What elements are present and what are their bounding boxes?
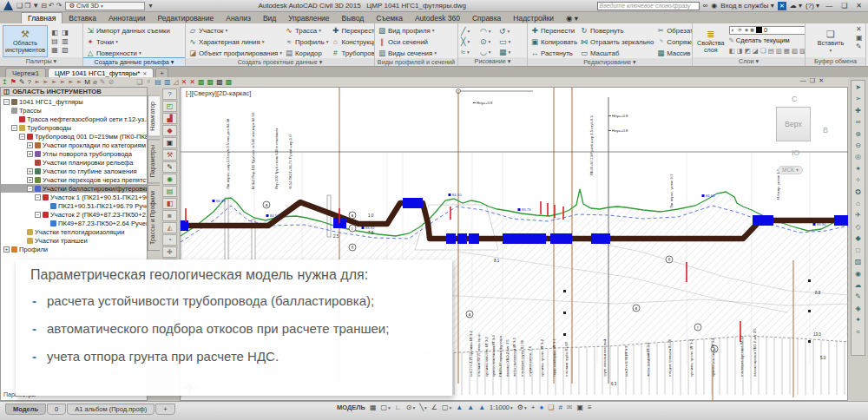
layer-select[interactable]: ◐☀●■0▾ (729, 26, 806, 35)
status-toggle-icon[interactable]: ▲ (456, 404, 463, 411)
button-конструкция[interactable]: ⌂Конструкция▾ (331, 36, 375, 47)
nav-tool-icon[interactable]: ✧ (855, 174, 861, 186)
expand-icon[interactable]: + (27, 151, 33, 157)
button-перекрестки[interactable]: ✚Перекрестки▾ (331, 25, 375, 36)
nav-tool-icon[interactable]: ⊕ (855, 128, 861, 140)
panel-label-draw[interactable]: Рисование ▾ (458, 57, 527, 66)
app-logo-icon[interactable] (3, 1, 13, 10)
layout-tab-а1-альбом-прод-проф[interactable]: А1 альбом (Прод.проф) (67, 404, 155, 415)
draw-tool-button[interactable]: ⊙▾ (480, 36, 499, 47)
palette-tool-icon[interactable]: ◆ (162, 125, 177, 136)
nav-tool-icon[interactable]: ✎ (855, 291, 861, 302)
viewport-close-button[interactable]: ✕ (819, 77, 824, 84)
status-toggle-icon[interactable]: ╲▾ (419, 404, 427, 411)
draw-tool-button[interactable]: ≈▾ (461, 47, 480, 57)
panel-label-profile-views[interactable]: Виды профилей и сечений (375, 58, 457, 66)
toolspace-tool-icon[interactable]: ✕ (189, 78, 195, 86)
button-повернуть[interactable]: ↻Повернуть (580, 25, 654, 36)
nav-tool-icon[interactable]: ✦ (855, 163, 861, 174)
button-трасса[interactable]: ∿Трасса▾ (285, 25, 328, 36)
minimize-button[interactable]: — (823, 2, 835, 10)
search-icon[interactable]: ∞ (703, 2, 708, 10)
viewcube-top-face[interactable]: Верх (776, 107, 811, 141)
layer-tool-icon[interactable]: ▧ (792, 47, 798, 55)
status-toggle-icon[interactable]: ▲ (467, 404, 474, 411)
panel-label-design-data[interactable]: Создать проектные данные ▾ (186, 58, 374, 66)
save-icon[interactable]: ▼ (31, 2, 40, 10)
palette-tool-icon[interactable]: ? (162, 89, 177, 100)
nav-tool-icon[interactable]: ◉ (855, 268, 861, 279)
collapse-icon[interactable]: − (3, 99, 10, 105)
toolspace-tool-icon[interactable]: ➣ (59, 78, 65, 86)
button-виды-сечения[interactable]: ▥Виды сечения▾ (378, 48, 437, 58)
layer-tool-icon[interactable]: ◪ (753, 47, 759, 55)
status-toggle-icon[interactable]: ❏ (548, 404, 554, 411)
layout-tab-0[interactable]: 0 (47, 404, 66, 415)
palette-mini-icon[interactable]: ▦ (50, 46, 59, 54)
search-input[interactable]: Введите ключевое слово/фразу (597, 2, 700, 10)
toolspace-tool-icon[interactable]: ✎ (19, 78, 25, 86)
open-file-icon[interactable]: ❒ (23, 2, 31, 10)
tool-icon[interactable]: ▣ (856, 34, 863, 42)
status-toggle-icon[interactable]: ▦ (370, 404, 377, 411)
toolspace-tool-icon[interactable]: ⊘ (108, 78, 114, 86)
palette-tool-icon[interactable]: ⚒ (162, 149, 177, 161)
button-массив[interactable]: ▦Массив▾ (656, 48, 693, 58)
palette-tool-icon[interactable]: ◭ (162, 222, 177, 233)
tree-item-участки-переходов-через-препятствия[interactable]: +Участки переходов через препятствия (1, 175, 147, 184)
layer-tool-icon[interactable]: ❏ (760, 47, 766, 55)
nav-tool-icon[interactable]: ➢ (855, 93, 861, 104)
palette-tool-icon[interactable]: ✚ (162, 246, 177, 258)
status-toggle-icon[interactable]: ▣ (577, 404, 584, 411)
status-toggle-icon[interactable]: ● (539, 404, 543, 411)
nav-tool-icon[interactable]: ◆ (855, 233, 860, 244)
button-вставить[interactable]: ❏Вставить▾ (808, 25, 853, 57)
nav-tool-icon[interactable]: ✚ (855, 105, 861, 116)
toolspace-tool-icon[interactable]: ▥ (164, 78, 171, 86)
tree-item-участки-балластировки-футеровки[interactable]: −Участки балластировки/футеровки (1, 184, 147, 193)
layer-state-icon[interactable]: ◐ (732, 26, 736, 34)
palette-mini-icon[interactable]: ▧ (61, 46, 69, 54)
close-icon[interactable]: ✕ (142, 70, 147, 76)
tab-autodesk-360[interactable]: Autodesk 360 (409, 13, 466, 23)
panel-label-modify[interactable]: Редактирование ▾ (528, 58, 692, 66)
palette-mini-icon[interactable]: ▥ (61, 37, 69, 45)
palette-tool-icon[interactable]: ▣ (162, 137, 177, 148)
toolspace-tool-icon[interactable]: ▩ (207, 78, 214, 86)
palette-tool-icon[interactable]: ◉ (162, 174, 177, 185)
cloud-icon[interactable]: ☁ ▾ (790, 2, 802, 10)
button-участок[interactable]: ▱Участок▾ (188, 25, 282, 36)
layer-tool-icon[interactable]: ▤ (768, 47, 774, 55)
toolspace-tool-icon[interactable]: ➣ (76, 78, 82, 86)
panel-label-surface-data[interactable]: Создать данные рельефа ▾ (83, 58, 185, 66)
toolspace-tool-icon[interactable]: ↥ (2, 78, 8, 86)
panel-label-layers[interactable]: Слои ▾ (693, 57, 805, 66)
plot-icon[interactable]: ⊟ (40, 2, 48, 10)
toolspace-tool-icon[interactable]: ⚑ (10, 78, 16, 86)
layer-tool-icon[interactable]: ▦ (784, 47, 790, 55)
status-toggle-icon[interactable]: ≡ (588, 404, 592, 411)
status-toggle-icon[interactable]: ∠ (431, 404, 437, 411)
draw-tool-button[interactable]: ↺▾ (499, 26, 518, 36)
viewport-controls-label[interactable]: [-][Сверху][2D-каркас] (186, 89, 251, 97)
nav-tool-icon[interactable]: ◇ (855, 221, 860, 233)
nav-tool-icon[interactable]: ✈ (855, 209, 861, 220)
tree-item-участки-планировки-рельефа[interactable]: Участки планировки рельефа (1, 158, 147, 167)
new-file-icon[interactable]: ❏ (16, 2, 23, 10)
button-копировать[interactable]: ▣Копировать (530, 36, 577, 47)
undo-icon[interactable]: ↶ (48, 2, 56, 10)
layer-state-icon[interactable]: ■ (750, 26, 754, 34)
close-button[interactable]: ✕ (853, 2, 865, 10)
layer-tool-icon[interactable]: ▨ (799, 47, 806, 55)
nav-tool-icon[interactable]: ◈ (855, 303, 860, 314)
panel-label-clipboard[interactable]: Буфер обмена (806, 57, 865, 66)
nav-tool-icon[interactable]: ▨ (855, 256, 862, 267)
tree-item-профили[interactable]: +Профили (1, 245, 147, 253)
draw-tool-button[interactable]: ◡▾ (480, 47, 499, 57)
file-tab-чертеж1[interactable]: Чертеж1 (5, 68, 46, 77)
layer-state-icon[interactable]: ● (745, 26, 749, 34)
nav-tool-icon[interactable]: ➤ (855, 82, 861, 93)
status-toggle-icon[interactable]: ▲ (478, 404, 485, 411)
collapse-icon[interactable]: − (11, 125, 17, 131)
button-свойства-слоя[interactable]: ≣Свойства слоя (695, 25, 727, 57)
